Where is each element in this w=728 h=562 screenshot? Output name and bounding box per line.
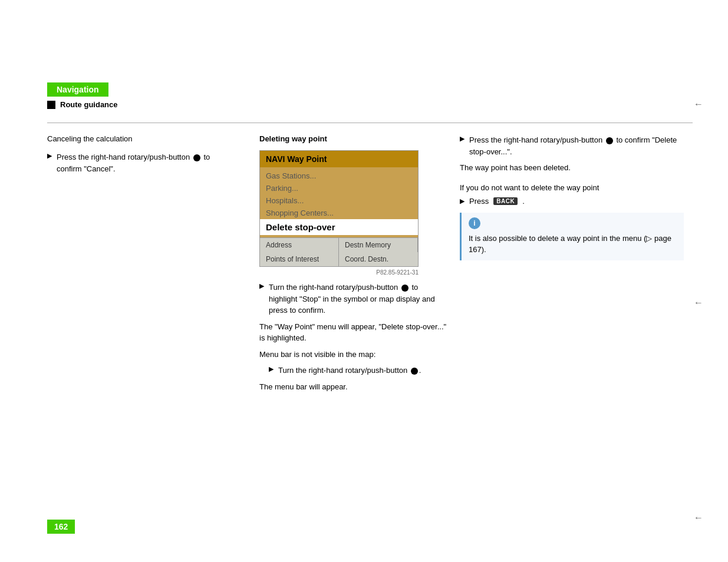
image-reference: P82.85-9221-31 xyxy=(259,269,419,276)
side-arrow-mid: ← xyxy=(694,297,703,308)
press-back-arrow-icon: ▶ xyxy=(460,197,465,205)
side-arrow-bot: ← xyxy=(694,513,703,523)
mid-column: Deleting way point NAVI Way Point Gas St… xyxy=(259,134,448,397)
info-box: i It is also possible to delete a way po… xyxy=(460,213,684,260)
press-back-row: ▶ Press BACK . xyxy=(460,197,684,206)
navi-menu-item-shopping: Shopping Centers... xyxy=(260,207,418,219)
navi-menu-title: NAVI Way Point xyxy=(266,154,327,164)
left-bullet-text-1: Press the right-hand rotary/push-button … xyxy=(57,151,236,174)
deleting-waypoint-title: Deleting way point xyxy=(259,134,448,143)
info-text: It is also possible to delete a way poin… xyxy=(469,233,677,256)
sub-bullet-arrow-icon: ▶ xyxy=(269,365,274,373)
navi-menu-footer: Address Destn Memory Points of Interest … xyxy=(260,237,418,266)
mid-bullet-arrow-icon: ▶ xyxy=(259,282,264,290)
circle-btn-icon-4 xyxy=(606,137,613,144)
navi-footer-coord: Coord. Destn. xyxy=(339,252,418,266)
page-number-box: 162 xyxy=(47,520,75,534)
nav-title: Navigation xyxy=(57,85,99,94)
navi-menu-header: NAVI Way Point xyxy=(260,151,418,167)
navi-footer-address: Address xyxy=(260,238,339,252)
route-guidance-row: Route guidance xyxy=(47,100,693,109)
circle-btn-icon-3 xyxy=(411,368,418,375)
right-column: ▶ Press the right-hand rotary/push-butto… xyxy=(460,134,684,260)
page-number: 162 xyxy=(54,522,68,531)
section-divider xyxy=(47,123,693,123)
press-suffix: . xyxy=(522,197,525,206)
navi-menu-item-parking: Parking... xyxy=(260,182,418,194)
right-note-1: The way point has been deleted. xyxy=(460,162,684,174)
right-bullet-arrow-icon: ▶ xyxy=(460,135,465,143)
route-guidance-label: Route guidance xyxy=(60,100,118,109)
left-bullet-1: ▶ Press the right-hand rotary/push-butto… xyxy=(47,151,236,174)
mid-bullet-text-1: Turn the right-hand rotary/push-button t… xyxy=(269,282,448,316)
navi-footer-poi: Points of Interest xyxy=(260,252,339,266)
left-column: Canceling the calculation ▶ Press the ri… xyxy=(47,134,236,179)
circle-btn-icon-2 xyxy=(401,285,409,292)
right-sub-section: If you do not want to delete the way poi… xyxy=(460,183,684,260)
navi-menu-item-gas: Gas Stations... xyxy=(260,170,418,182)
navi-footer-destn-memory: Destn Memory xyxy=(339,238,418,252)
nav-title-box: Navigation xyxy=(47,82,108,97)
mid-bullet-1: ▶ Turn the right-hand rotary/push-button… xyxy=(259,282,448,316)
mid-note-1: The "Way Point" menu will appear, "Delet… xyxy=(259,321,448,344)
right-bullet-text-1: Press the right-hand rotary/push-button … xyxy=(469,134,684,157)
navi-menu-body: Gas Stations... Parking... Hospitals... … xyxy=(260,167,418,237)
canceling-title: Canceling the calculation xyxy=(47,134,236,143)
side-arrow-top: ← xyxy=(694,99,703,110)
navi-way-point-menu: NAVI Way Point Gas Stations... Parking..… xyxy=(259,150,419,267)
navi-menu-item-delete: Delete stop-over xyxy=(260,219,418,235)
header-bar: Navigation Route guidance xyxy=(47,82,693,109)
press-text: Press xyxy=(469,197,489,206)
navi-menu-item-hospitals: Hospitals... xyxy=(260,194,418,207)
black-square-icon xyxy=(47,101,55,109)
right-bullet-1: ▶ Press the right-hand rotary/push-butto… xyxy=(460,134,684,157)
sub-bullet-text: Turn the right-hand rotary/push-button . xyxy=(278,365,421,376)
info-icon: i xyxy=(469,217,480,229)
mid-note-2: Menu bar is not visible in the map: xyxy=(259,349,448,361)
right-sub-label: If you do not want to delete the way poi… xyxy=(460,183,684,192)
circle-btn-icon xyxy=(193,154,200,161)
mid-note-3: The menu bar will appear. xyxy=(259,381,448,393)
back-button-label: BACK xyxy=(493,197,518,205)
bullet-arrow-icon: ▶ xyxy=(47,152,52,160)
mid-sub-bullet: ▶ Turn the right-hand rotary/push-button… xyxy=(269,365,448,376)
